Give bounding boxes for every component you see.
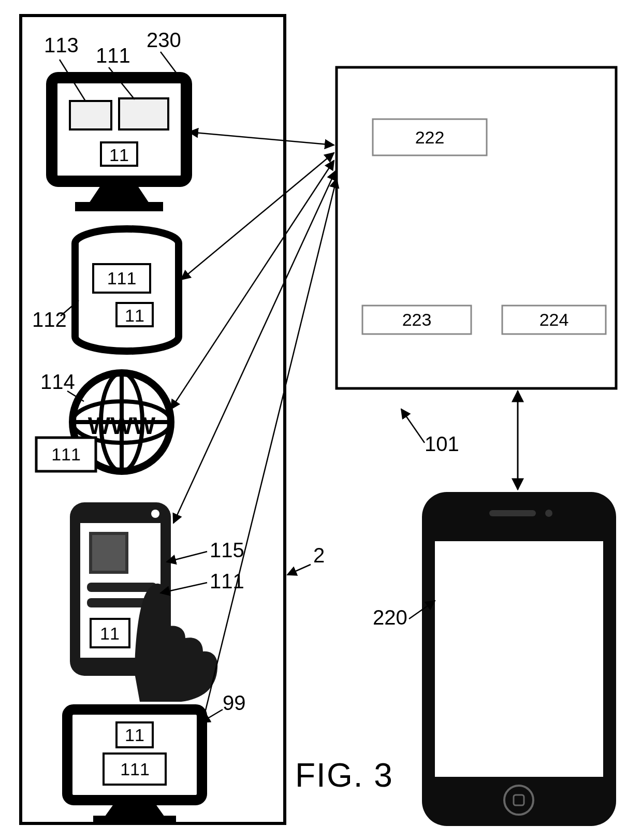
svg-point-16 xyxy=(151,510,159,518)
ref-113: 113 xyxy=(44,34,79,57)
server-block xyxy=(337,67,616,388)
diagram-svg: WWW xyxy=(0,0,642,840)
label-monitor2-111: 111 xyxy=(113,759,157,779)
mobile-app-icon xyxy=(70,502,217,702)
svg-line-43 xyxy=(181,153,334,280)
svg-point-28 xyxy=(545,510,552,517)
svg-line-44 xyxy=(171,161,334,409)
svg-rect-17 xyxy=(91,533,127,572)
label-phone-11: 11 xyxy=(95,624,125,644)
ref-2: 2 xyxy=(313,544,325,567)
svg-line-45 xyxy=(173,171,335,523)
svg-line-40 xyxy=(401,409,425,443)
ref-111-mid: 111 xyxy=(210,570,244,593)
svg-line-39 xyxy=(287,564,311,575)
svg-rect-18 xyxy=(87,583,157,592)
label-224: 224 xyxy=(502,310,606,330)
label-monitor2-11: 11 xyxy=(122,725,148,745)
svg-rect-26 xyxy=(435,541,603,777)
ref-230: 230 xyxy=(147,28,181,52)
ref-220: 220 xyxy=(373,606,407,629)
svg-rect-3 xyxy=(119,98,168,129)
label-222: 222 xyxy=(373,127,487,148)
ref-112: 112 xyxy=(32,308,67,331)
svg-rect-1 xyxy=(75,202,163,211)
svg-rect-2 xyxy=(70,101,111,129)
svg-line-42 xyxy=(189,132,334,145)
ref-101: 101 xyxy=(425,432,459,456)
label-223: 223 xyxy=(362,310,471,330)
ref-111-top: 111 xyxy=(96,44,130,67)
label-www-111: 111 xyxy=(44,444,88,465)
svg-line-36 xyxy=(167,552,207,562)
smartphone-220-icon xyxy=(422,492,616,826)
label-monitor1-11: 11 xyxy=(106,145,132,165)
computer-icon xyxy=(52,78,186,211)
ref-99: 99 xyxy=(223,691,246,715)
database-icon xyxy=(75,229,179,351)
svg-rect-27 xyxy=(489,510,536,516)
ref-114: 114 xyxy=(40,370,75,394)
label-db-11: 11 xyxy=(122,306,148,326)
figure-caption: FIG. 3 xyxy=(295,756,393,794)
ref-115: 115 xyxy=(210,539,244,562)
svg-rect-22 xyxy=(93,816,176,823)
diagram-stage: WWW xyxy=(0,0,642,840)
www-text: WWW xyxy=(88,412,156,439)
label-db-111: 111 xyxy=(101,268,142,288)
svg-line-46 xyxy=(202,179,337,725)
